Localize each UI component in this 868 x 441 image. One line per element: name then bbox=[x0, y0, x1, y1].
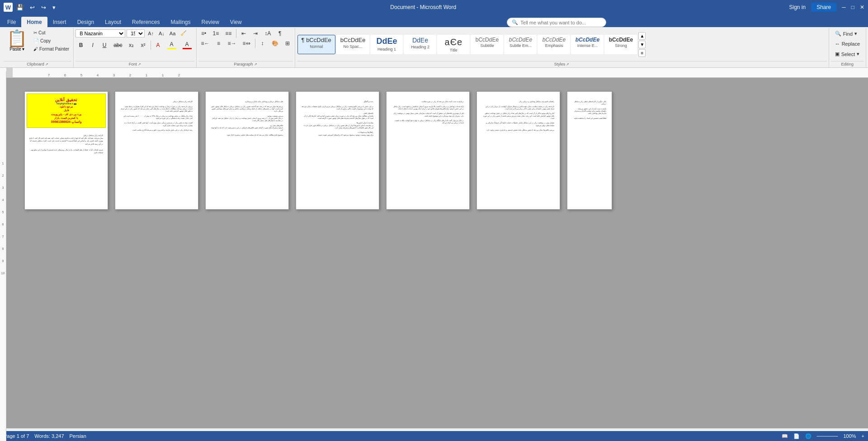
ruler-mark-2: 2 bbox=[122, 73, 138, 77]
style-heading1[interactable]: DdEe Heading 1 bbox=[370, 35, 403, 54]
undo-button[interactable]: ↩ bbox=[28, 3, 37, 12]
tab-design[interactable]: Design bbox=[72, 17, 99, 27]
title-bar-left: W 💾 ↩ ↪ ▾ bbox=[4, 3, 57, 12]
tab-file[interactable]: File bbox=[2, 17, 21, 27]
find-button[interactable]: 🔍 Find ▾ bbox=[831, 29, 861, 38]
strikethrough-button[interactable]: abc bbox=[111, 41, 125, 50]
title-bar: W 💾 ↩ ↪ ▾ Document - Microsoft Word Sign… bbox=[0, 0, 868, 14]
decrease-font-button[interactable]: A↓ bbox=[157, 29, 166, 38]
search-bar[interactable]: 🔍 bbox=[507, 18, 606, 27]
underline-button[interactable]: U bbox=[99, 41, 110, 50]
font-expand-button[interactable]: ↗ bbox=[138, 62, 141, 66]
document-page-7[interactable]: مالی دیگری از کارنامه‌های شغلی زنان مشاغ… bbox=[567, 91, 612, 210]
styles-scroll-up-button[interactable]: ▲ bbox=[638, 32, 646, 40]
styles-scroll-down-button[interactable]: ▼ bbox=[638, 41, 646, 48]
font-size-select[interactable]: 15 bbox=[127, 29, 145, 38]
document-page-2[interactable]: کارنامه زنان مشاغل درمانی بررسی تاریخچه … bbox=[115, 91, 198, 210]
superscript-button[interactable]: x² bbox=[138, 41, 149, 50]
highlight-icon: A bbox=[170, 41, 173, 47]
maximize-button[interactable]: □ bbox=[851, 4, 854, 10]
clipboard-side-buttons: ✂ Cut 📄 Copy 🖌 Format Painter bbox=[31, 29, 71, 53]
select-button[interactable]: ▣ Select ▾ bbox=[831, 49, 864, 59]
cut-button[interactable]: ✂ Cut bbox=[31, 29, 71, 37]
increase-indent-button[interactable]: ⇥ bbox=[250, 29, 261, 38]
style-emphasis-label: Emphasis bbox=[545, 43, 563, 48]
decrease-indent-button[interactable]: ⇤ bbox=[238, 29, 249, 38]
customize-qa-button[interactable]: ▾ bbox=[51, 3, 57, 12]
style-emphasis[interactable]: bCcDdEe Emphasis bbox=[538, 35, 570, 54]
bold-button[interactable]: B bbox=[75, 41, 86, 50]
style-normal[interactable]: ¶ bCcDdEe Normal bbox=[297, 35, 335, 54]
bullets-button[interactable]: ≡• bbox=[198, 29, 209, 38]
tab-review[interactable]: Review bbox=[196, 17, 224, 27]
document-page-1[interactable]: تحقیق آنلاین Tahghighonline.ir 📷 مرجع دا… bbox=[24, 91, 108, 210]
line-spacing-button[interactable]: ↕ bbox=[257, 39, 268, 48]
redo-button[interactable]: ↪ bbox=[39, 3, 48, 12]
save-button[interactable]: 💾 bbox=[14, 3, 25, 12]
align-left-button[interactable]: ≡← bbox=[198, 39, 212, 48]
tab-mailings[interactable]: Mailings bbox=[165, 17, 196, 27]
share-button[interactable]: Share bbox=[811, 3, 836, 12]
select-dropdown-icon[interactable]: ▾ bbox=[857, 51, 859, 57]
style-strong[interactable]: bCcDdEe Strong bbox=[604, 35, 637, 54]
clipboard-expand-button[interactable]: ↗ bbox=[45, 62, 48, 66]
document-page-6[interactable]: راهنمای جامع برای مشاغل بهداشتی و درمانی… bbox=[476, 91, 560, 210]
text-effects-button[interactable]: A bbox=[153, 41, 164, 50]
ad-block: تحقیق آنلاین Tahghighonline.ir 📷 مرجع دا… bbox=[27, 94, 106, 128]
tab-layout[interactable]: Layout bbox=[99, 17, 127, 27]
copy-button[interactable]: 📄 Copy bbox=[31, 37, 71, 45]
highlight-color-button[interactable]: A bbox=[165, 40, 179, 51]
italic-button[interactable]: I bbox=[87, 41, 98, 50]
page-5-content: درنتایج به دست آمده نشان می‌دهد که زنان … bbox=[387, 92, 469, 130]
tab-references[interactable]: References bbox=[127, 17, 165, 27]
pages-container: تحقیق آنلاین Tahghighonline.ir 📷 مرجع دا… bbox=[24, 91, 612, 210]
ad-title: تحقیق آنلاین bbox=[31, 98, 102, 102]
show-formatting-button[interactable]: ¶ bbox=[274, 29, 285, 38]
justify-button[interactable]: ≡⇔ bbox=[240, 39, 253, 48]
change-case-button[interactable]: Aa bbox=[168, 29, 177, 38]
paste-button[interactable]: 📋 Paste ▾ bbox=[4, 29, 30, 53]
document-page-5[interactable]: درنتایج به دست آمده نشان می‌دهد که زنان … bbox=[386, 91, 470, 210]
ruler-mark-5: 5 bbox=[73, 73, 90, 77]
format-painter-button[interactable]: 🖌 Format Painter bbox=[31, 45, 71, 53]
tab-view[interactable]: View bbox=[225, 17, 247, 27]
close-button[interactable]: ✕ bbox=[860, 4, 864, 10]
find-dropdown-icon[interactable]: ▾ bbox=[854, 31, 857, 37]
multilevel-list-button[interactable]: ≡≡ bbox=[222, 29, 234, 38]
style-subtle-em-preview: bCcDdEe bbox=[509, 37, 532, 43]
tab-home[interactable]: Home bbox=[21, 17, 47, 27]
style-title[interactable]: aЄe Title bbox=[437, 35, 470, 54]
document-area[interactable]: تحقیق آنلاین Tahghighonline.ir 📷 مرجع دا… bbox=[6, 78, 868, 428]
paste-dropdown-icon[interactable]: ▾ bbox=[22, 47, 24, 52]
style-no-spacing[interactable]: bCcDdEe No Spac... bbox=[336, 35, 370, 54]
increase-font-button[interactable]: A↑ bbox=[146, 29, 156, 38]
font-color-button[interactable]: A bbox=[180, 40, 194, 51]
paragraph-expand-button[interactable]: ↗ bbox=[254, 62, 257, 66]
style-heading1-preview: DdEe bbox=[376, 37, 397, 47]
sign-in-button[interactable]: Sign in bbox=[789, 4, 806, 10]
search-input[interactable] bbox=[520, 20, 601, 25]
align-center-button[interactable]: ≡ bbox=[213, 39, 224, 48]
minimize-button[interactable]: ─ bbox=[842, 4, 846, 10]
subscript-button[interactable]: x₂ bbox=[126, 41, 137, 50]
shading-button[interactable]: 🎨 bbox=[269, 39, 281, 48]
font-family-select[interactable]: B Nazanin bbox=[75, 29, 125, 38]
borders-button[interactable]: ⊞ bbox=[282, 39, 293, 48]
document-page-3[interactable]: های مشاغل درمانی و بهداشتی مانند مامایی … bbox=[205, 91, 289, 210]
style-heading2[interactable]: DdEe Heading 2 bbox=[404, 35, 436, 54]
tab-insert[interactable]: Insert bbox=[47, 17, 72, 27]
style-title-preview: aЄe bbox=[445, 37, 463, 47]
clear-format-button[interactable]: 🧹 bbox=[179, 29, 189, 38]
align-right-button[interactable]: ≡→ bbox=[225, 39, 239, 48]
style-intense-em[interactable]: bCcDdEe Intense E... bbox=[571, 35, 604, 54]
styles-expand-button[interactable]: ↗ bbox=[566, 62, 569, 66]
numbering-button[interactable]: 1≡ bbox=[210, 29, 222, 38]
style-subtle-em[interactable]: bCcDdEe Subtle Em... bbox=[504, 35, 537, 54]
replace-button[interactable]: ↔ Replace bbox=[831, 39, 864, 48]
styles-more-button[interactable]: ≡ bbox=[638, 49, 646, 57]
sort-button[interactable]: ↕A bbox=[262, 29, 274, 38]
styles-scroll-arrows: ▲ ▼ ≡ bbox=[638, 32, 646, 57]
style-no-spacing-label: No Spac... bbox=[344, 44, 363, 49]
style-subtitle[interactable]: bCcDdEe Subtitle bbox=[471, 35, 503, 54]
document-page-4[interactable]: بحث و گفتگو در این بخش به بررسی جامع وضع… bbox=[296, 91, 379, 210]
